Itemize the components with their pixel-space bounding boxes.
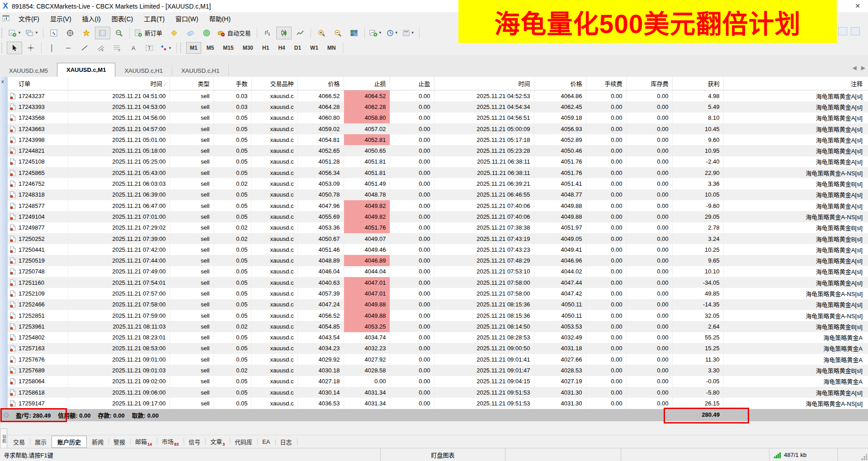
status-profile[interactable]: 盯盘图表 bbox=[381, 448, 505, 461]
table-row[interactable]: 172451082025.11.21 05:25:00sell0.05xauus… bbox=[8, 156, 868, 167]
timeframe-button-d1[interactable]: D1 bbox=[291, 42, 305, 54]
window-close-button[interactable]: ✕ bbox=[852, 1, 863, 11]
tab-scroll-left-arrow[interactable]: ◀ bbox=[853, 65, 857, 71]
fibonacci-button[interactable]: F bbox=[109, 42, 125, 54]
table-row[interactable]: 172524662025.11.21 07:58:00sell0.05xauus… bbox=[8, 299, 868, 310]
column-header-type[interactable]: 类型 bbox=[170, 77, 213, 90]
text-label-button[interactable]: T bbox=[142, 42, 157, 54]
terminal-tab-1[interactable]: 展示 bbox=[30, 436, 52, 448]
table-row[interactable]: 172485772025.11.21 06:47:00sell0.05xauus… bbox=[8, 200, 868, 211]
timeframe-button-w1[interactable]: W1 bbox=[307, 42, 322, 54]
table-row[interactable]: 172511602025.11.21 07:54:01sell0.05xauus… bbox=[8, 277, 868, 288]
terminal-tab-0[interactable]: 交易 bbox=[8, 436, 30, 448]
terminal-tab-7[interactable]: 信号 bbox=[184, 436, 205, 448]
toolbar-grip[interactable] bbox=[1, 28, 5, 38]
terminal-tab-10[interactable]: EA bbox=[257, 437, 275, 447]
trendline-button[interactable] bbox=[77, 42, 92, 54]
column-header-open_price[interactable]: 价格 bbox=[297, 77, 344, 90]
tile-windows-button[interactable] bbox=[346, 27, 362, 39]
column-header-tp[interactable]: 止盈 bbox=[390, 77, 434, 90]
menu-item[interactable]: 工具(T) bbox=[138, 14, 170, 24]
terminal-tab-4[interactable]: 警报 bbox=[108, 436, 130, 448]
table-row[interactable]: 172591472025.11.21 09:17:00sell0.05xauus… bbox=[8, 398, 868, 409]
terminal-close-icon[interactable]: x bbox=[1, 79, 4, 84]
docked-panel-icon[interactable] bbox=[851, 27, 860, 35]
table-row[interactable]: 172580642025.11.21 09:02:00sell0.05xauus… bbox=[8, 376, 868, 387]
resize-grip[interactable] bbox=[861, 454, 867, 461]
menu-item[interactable]: 文件(F) bbox=[13, 14, 45, 24]
chart-tab-1[interactable]: XAUUSD.c,M1 bbox=[57, 63, 115, 77]
table-row[interactable]: 172502522025.11.21 07:39:00sell0.02xauus… bbox=[8, 233, 868, 244]
table-row[interactable]: 172576762025.11.21 09:01:00sell0.05xauus… bbox=[8, 354, 868, 365]
column-header-swap[interactable]: 库存费 bbox=[626, 77, 672, 90]
collapsed-navigator-tab[interactable]: 导航 bbox=[0, 428, 7, 449]
column-header-order[interactable]: 订单 bbox=[8, 77, 68, 90]
vertical-line-button[interactable]: │ bbox=[44, 42, 60, 54]
candlestick-chart-button[interactable] bbox=[276, 27, 292, 39]
profiles-button[interactable]: ▼ bbox=[24, 27, 40, 39]
terminal-tab-11[interactable]: 日志 bbox=[275, 436, 297, 448]
column-header-lots[interactable]: 手数 bbox=[213, 77, 251, 90]
table-row[interactable]: 172586182025.11.21 09:06:00sell0.05xauus… bbox=[8, 387, 868, 398]
data-window-button[interactable] bbox=[62, 27, 78, 39]
chart-tab-0[interactable]: XAUUSD.c,M5 bbox=[0, 65, 57, 77]
table-row[interactable]: 172539612025.11.21 08:11:03sell0.02xauus… bbox=[8, 321, 868, 332]
table-row[interactable]: 172432372025.11.21 04:51:00sell0.03xauus… bbox=[8, 90, 868, 102]
table-row[interactable]: 172458652025.11.21 05:43:00sell0.05xauus… bbox=[8, 167, 868, 178]
terminal-tab-8[interactable]: 文章3 bbox=[205, 435, 230, 448]
timeframe-button-m1[interactable]: M1 bbox=[186, 42, 201, 54]
strategy-tester-button[interactable] bbox=[111, 27, 127, 39]
timeframe-button-m30[interactable]: M30 bbox=[239, 42, 257, 54]
terminal-button[interactable] bbox=[95, 27, 110, 39]
periods-button[interactable]: ▼ bbox=[385, 27, 400, 39]
crosshair-button[interactable] bbox=[23, 42, 38, 54]
table-row[interactable]: 172507482025.11.21 07:49:00sell0.05xauus… bbox=[8, 266, 868, 277]
table-row[interactable]: 172498772025.11.21 07:29:02sell0.02xauus… bbox=[8, 222, 868, 233]
table-row[interactable]: 172528512025.11.21 07:59:00sell0.05xauus… bbox=[8, 310, 868, 321]
table-row[interactable]: 172439982025.11.21 05:01:00sell0.05xauus… bbox=[8, 134, 868, 145]
arrows-button[interactable]: ▼ bbox=[158, 42, 174, 54]
new-chart-button[interactable]: ▼ bbox=[7, 27, 23, 39]
menu-item[interactable]: 窗口(W) bbox=[170, 14, 204, 24]
table-row[interactable]: 172448212025.11.21 05:18:00sell0.05xauus… bbox=[8, 145, 868, 156]
new-order-button[interactable]: 新订单 bbox=[132, 27, 165, 39]
terminal-tab-3[interactable]: 新闻 bbox=[87, 436, 108, 448]
terminal-tab-6[interactable]: 市场83 bbox=[157, 435, 184, 448]
table-row[interactable]: 172504412025.11.21 07:42:00sell0.05xauus… bbox=[8, 244, 868, 255]
table-row[interactable]: 172436632025.11.21 04:57:00sell0.05xauus… bbox=[8, 123, 868, 134]
toolbar-grip[interactable] bbox=[1, 43, 5, 53]
column-header-sl[interactable]: 止损 bbox=[344, 77, 390, 90]
bar-chart-button[interactable] bbox=[260, 27, 275, 39]
metaeditor-button[interactable] bbox=[166, 27, 182, 39]
column-header-profit[interactable]: 获利 bbox=[672, 77, 723, 90]
terminal-tab-9[interactable]: 代码库 bbox=[230, 436, 257, 448]
channel-button[interactable]: E bbox=[93, 42, 108, 54]
line-chart-button[interactable] bbox=[292, 27, 308, 39]
cloud-button[interactable] bbox=[183, 27, 198, 39]
table-row[interactable]: 172483182025.11.21 06:39:00sell0.05xauus… bbox=[8, 189, 868, 200]
menu-item[interactable]: 图表(C) bbox=[106, 14, 138, 24]
menu-item[interactable]: 插入(I) bbox=[77, 14, 106, 24]
autotrading-button[interactable]: 自动交易 bbox=[215, 27, 254, 39]
horizontal-line-button[interactable]: ─ bbox=[61, 42, 76, 54]
menu-item[interactable]: 显示(V) bbox=[45, 14, 77, 24]
table-row[interactable]: 172521092025.11.21 07:57:00sell0.05xauus… bbox=[8, 288, 868, 299]
terminal-tab-2[interactable]: 账户历史 bbox=[52, 436, 87, 448]
table-row[interactable]: 172435682025.11.21 04:56:00sell0.05xauus… bbox=[8, 113, 868, 123]
table-row[interactable]: 172576892025.11.21 09:01:03sell0.02xauus… bbox=[8, 365, 868, 376]
column-header-symbol[interactable]: 交易品种 bbox=[251, 77, 297, 90]
zoom-out-button[interactable] bbox=[330, 27, 345, 39]
timeframe-button-m5[interactable]: M5 bbox=[203, 42, 218, 54]
docked-panel-icon[interactable] bbox=[838, 27, 847, 35]
table-row[interactable]: 172467522025.11.21 06:03:03sell0.02xauus… bbox=[8, 178, 868, 189]
timeframe-button-h1[interactable]: H1 bbox=[259, 42, 273, 54]
table-row[interactable]: 172491042025.11.21 07:01:00sell0.05xauus… bbox=[8, 211, 868, 222]
tab-scroll-right-arrow[interactable]: ▶ bbox=[861, 65, 865, 71]
signals-button[interactable] bbox=[199, 27, 214, 39]
column-header-commission[interactable]: 手续费 bbox=[586, 77, 626, 90]
table-row[interactable]: 172548022025.11.21 08:23:01sell0.05xauus… bbox=[8, 332, 868, 343]
column-header-open_time[interactable]: 时间∕ bbox=[68, 77, 170, 90]
terminal-tab-5[interactable]: 邮箱14 bbox=[130, 435, 157, 448]
zoom-in-button[interactable] bbox=[314, 27, 329, 39]
text-button[interactable]: A bbox=[126, 42, 141, 54]
